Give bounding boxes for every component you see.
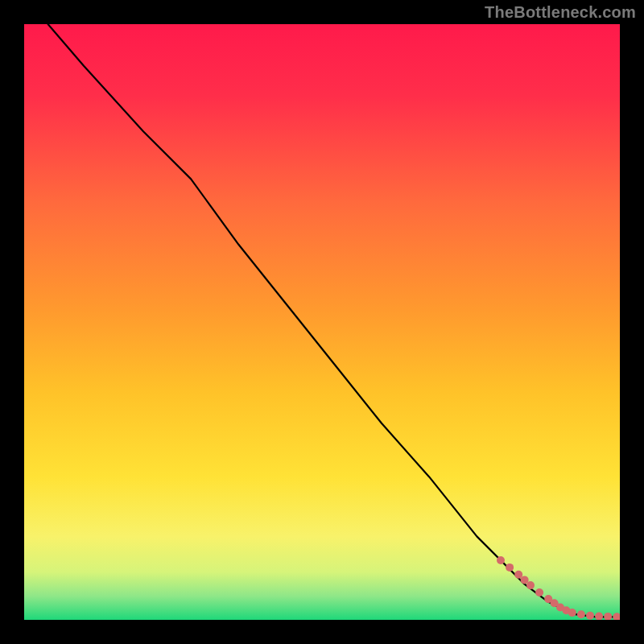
- data-point: [526, 581, 535, 589]
- data-point: [497, 556, 505, 564]
- chart-canvas: [24, 24, 620, 620]
- chart-stage: TheBottleneck.com: [0, 0, 644, 644]
- data-point: [535, 588, 543, 597]
- data-point: [568, 609, 576, 617]
- watermark-text: TheBottleneck.com: [485, 3, 636, 22]
- data-point: [577, 610, 585, 618]
- data-point: [506, 564, 514, 572]
- data-point: [586, 612, 594, 620]
- data-point: [521, 576, 529, 584]
- plot-background: [24, 24, 620, 620]
